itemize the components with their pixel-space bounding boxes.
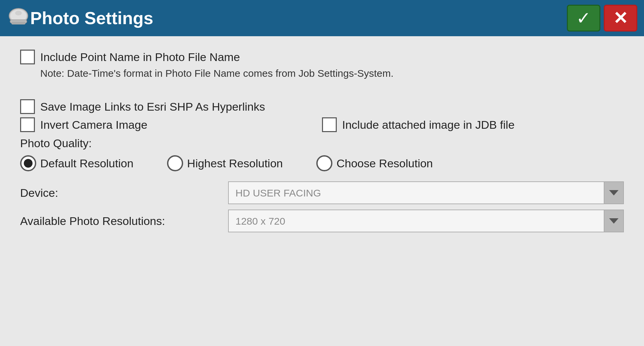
radio-highest-circle[interactable] (167, 155, 183, 171)
save-image-links-row: Save Image Links to Esri SHP As Hyperlin… (20, 99, 624, 114)
resolution-row: Available Photo Resolutions: 1280 x 720 (20, 210, 624, 232)
include-attached-checkbox[interactable] (322, 117, 337, 132)
include-point-name-label: Include Point Name in Photo File Name (40, 51, 240, 64)
page-title: Photo Settings (30, 8, 567, 28)
resolution-dropdown-wrapper: 1280 x 720 (228, 210, 624, 232)
cancel-button[interactable]: ✕ (604, 5, 637, 32)
header-buttons: ✓ ✕ (567, 5, 637, 32)
include-attached-label: Include attached image in JDB file (342, 118, 515, 131)
device-dropdown-wrapper: HD USER FACING (228, 181, 624, 204)
include-attached-col: Include attached image in JDB file (322, 117, 624, 132)
radio-highest-resolution[interactable]: Highest Resolution (167, 155, 283, 171)
include-point-name-row: Include Point Name in Photo File Name (20, 50, 624, 64)
invert-and-include-row: Invert Camera Image Include attached ima… (20, 117, 624, 132)
x-icon: ✕ (613, 9, 628, 27)
svg-rect-3 (11, 22, 25, 24)
radio-choose-circle[interactable] (316, 155, 332, 171)
save-image-links-label: Save Image Links to Esri SHP As Hyperlin… (40, 100, 265, 113)
note-text: Note: Date-Time's format in Photo File N… (40, 68, 624, 79)
radio-default-resolution[interactable]: Default Resolution (20, 155, 133, 171)
radio-choose-label: Choose Resolution (336, 157, 433, 170)
main-content: Include Point Name in Photo File Name No… (0, 36, 644, 346)
checkmark-icon: ✓ (576, 9, 591, 27)
invert-camera-label: Invert Camera Image (40, 118, 147, 131)
invert-camera-col: Invert Camera Image (20, 117, 322, 132)
save-image-links-checkbox[interactable] (20, 99, 35, 114)
radio-choose-resolution[interactable]: Choose Resolution (316, 155, 433, 171)
device-dropdown[interactable]: HD USER FACING (228, 181, 624, 204)
radio-default-circle[interactable] (20, 155, 36, 171)
radio-highest-label: Highest Resolution (187, 157, 283, 170)
svg-point-4 (15, 11, 22, 15)
radio-default-label: Default Resolution (40, 157, 133, 170)
ok-button[interactable]: ✓ (567, 5, 600, 32)
photo-quality-label: Photo Quality: (20, 137, 624, 150)
device-label: Device: (20, 186, 228, 199)
include-point-name-checkbox[interactable] (20, 50, 35, 64)
helmet-icon (7, 6, 30, 30)
invert-camera-checkbox[interactable] (20, 117, 35, 132)
resolution-radio-row: Default Resolution Highest Resolution Ch… (20, 155, 624, 171)
header: Photo Settings ✓ ✕ (0, 0, 644, 36)
resolution-label: Available Photo Resolutions: (20, 215, 228, 228)
device-row: Device: HD USER FACING (20, 181, 624, 204)
resolution-dropdown[interactable]: 1280 x 720 (228, 210, 624, 232)
